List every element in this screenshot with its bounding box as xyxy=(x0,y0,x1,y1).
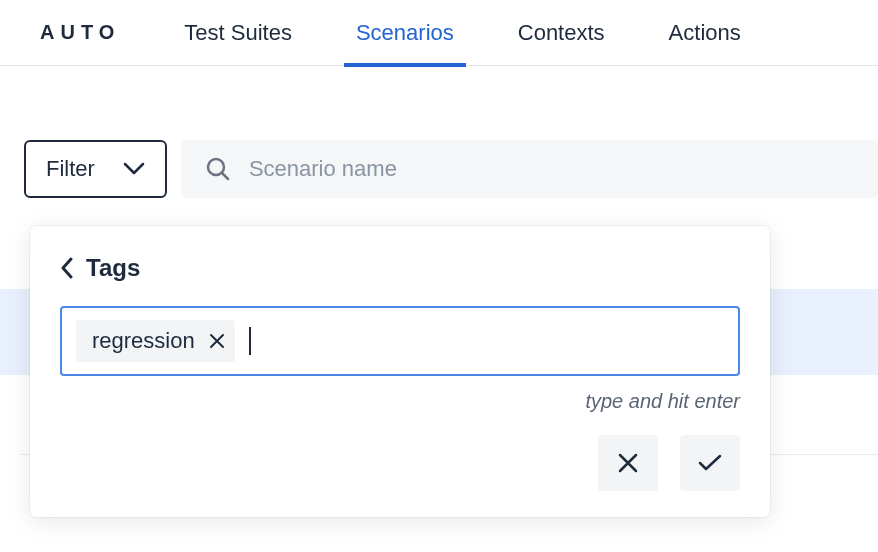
tab-scenarios[interactable]: Scenarios xyxy=(356,0,454,66)
search-input[interactable] xyxy=(249,156,854,182)
tags-text-input[interactable] xyxy=(249,327,259,355)
tab-actions[interactable]: Actions xyxy=(669,0,741,66)
chevron-down-icon xyxy=(123,162,145,176)
filter-row: Filter xyxy=(24,140,878,198)
x-icon xyxy=(617,452,639,474)
content-area: Filter xyxy=(0,66,878,198)
filter-label: Filter xyxy=(46,156,95,182)
brand-logo: AUTO xyxy=(40,21,120,44)
input-hint: type and hit enter xyxy=(60,390,740,413)
chevron-left-icon[interactable] xyxy=(60,257,74,279)
tags-filter-popover: Tags regression type and hit enter xyxy=(30,226,770,517)
filter-button[interactable]: Filter xyxy=(24,140,167,198)
popover-title: Tags xyxy=(86,254,140,282)
tags-input-box[interactable]: regression xyxy=(60,306,740,376)
top-navigation: AUTO Test Suites Scenarios Contexts Acti… xyxy=(0,0,878,66)
cancel-button[interactable] xyxy=(598,435,658,491)
tag-chip: regression xyxy=(76,320,235,362)
popover-header: Tags xyxy=(60,254,740,282)
check-icon xyxy=(697,453,723,473)
confirm-button[interactable] xyxy=(680,435,740,491)
tab-contexts[interactable]: Contexts xyxy=(518,0,605,66)
popover-actions xyxy=(60,435,740,491)
tab-test-suites[interactable]: Test Suites xyxy=(184,0,292,66)
search-box[interactable] xyxy=(181,140,878,198)
tag-chip-label: regression xyxy=(92,328,195,354)
search-icon xyxy=(205,156,231,182)
close-icon[interactable] xyxy=(209,333,225,349)
